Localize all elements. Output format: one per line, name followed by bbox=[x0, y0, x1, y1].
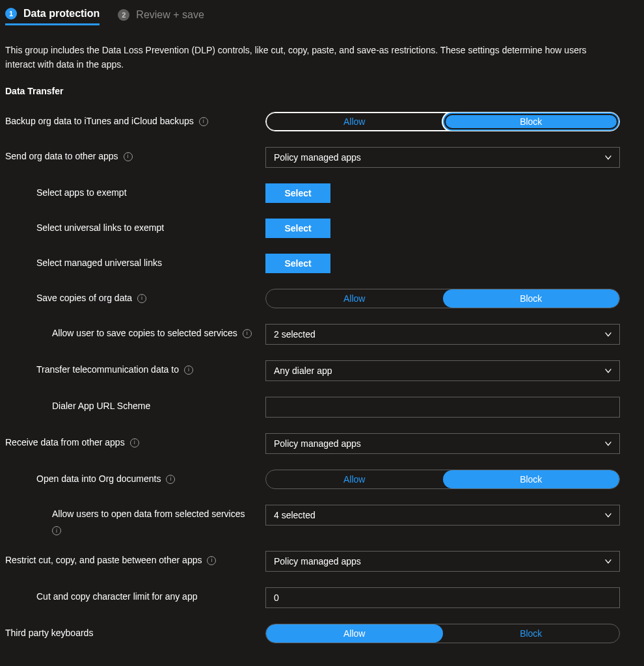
toggle-option-allow[interactable]: Allow bbox=[266, 470, 443, 488]
toggle-option-block[interactable]: Block bbox=[443, 470, 620, 488]
label-dialer-scheme: Dialer App URL Scheme bbox=[5, 397, 265, 413]
input-dialer-scheme[interactable] bbox=[265, 397, 620, 418]
toggle-option-block[interactable]: Block bbox=[443, 624, 620, 643]
chevron-down-icon bbox=[604, 557, 613, 566]
label-open-org: Open data into Org documents i bbox=[5, 470, 265, 486]
info-icon[interactable]: i bbox=[52, 526, 61, 535]
label-managed-ulinks: Select managed universal links bbox=[5, 254, 265, 270]
select-apps-exempt-button[interactable]: Select bbox=[265, 183, 330, 203]
tab-label: Data protection bbox=[23, 8, 100, 20]
info-icon[interactable]: i bbox=[166, 475, 175, 484]
toggle-backup-org-data[interactable]: Allow Block bbox=[265, 112, 620, 131]
info-icon[interactable]: i bbox=[243, 329, 252, 338]
select-open-services[interactable]: 4 selected bbox=[265, 505, 620, 526]
label-save-copies: Save copies of org data i bbox=[5, 289, 265, 305]
select-managed-ulinks-button[interactable]: Select bbox=[265, 254, 330, 273]
toggle-option-allow[interactable]: Allow bbox=[266, 289, 443, 308]
step-number-icon: 1 bbox=[5, 8, 17, 20]
tab-data-protection[interactable]: 1 Data protection bbox=[5, 8, 100, 25]
info-icon[interactable]: i bbox=[130, 438, 139, 447]
label-send-org-data: Send org data to other apps i bbox=[5, 147, 265, 163]
select-receive-other[interactable]: Policy managed apps bbox=[265, 433, 620, 454]
label-telecom: Transfer telecommunication data to i bbox=[5, 360, 265, 377]
label-char-limit: Cut and copy character limit for any app bbox=[5, 587, 265, 604]
chevron-down-icon bbox=[604, 366, 613, 375]
select-save-services[interactable]: 2 selected bbox=[265, 324, 620, 345]
step-tabs: 1 Data protection 2 Review + save bbox=[5, 5, 639, 32]
label-ulinks-exempt: Select universal links to exempt bbox=[5, 219, 265, 235]
input-char-limit[interactable] bbox=[265, 587, 620, 608]
section-description: This group includes the Data Loss Preven… bbox=[5, 32, 617, 86]
info-icon[interactable]: i bbox=[137, 294, 146, 303]
select-telecom[interactable]: Any dialer app bbox=[265, 360, 620, 381]
info-icon[interactable]: i bbox=[184, 366, 193, 375]
step-number-icon: 2 bbox=[118, 9, 129, 21]
toggle-option-allow[interactable]: Allow bbox=[266, 113, 443, 131]
chevron-down-icon bbox=[604, 330, 613, 339]
label-receive-other: Receive data from other apps i bbox=[5, 433, 265, 449]
chevron-down-icon bbox=[604, 511, 613, 520]
tab-review-save[interactable]: 2 Review + save bbox=[118, 9, 204, 25]
select-ulinks-exempt-button[interactable]: Select bbox=[265, 219, 330, 238]
info-icon[interactable]: i bbox=[207, 556, 216, 565]
label-restrict-ccp: Restrict cut, copy, and paste between ot… bbox=[5, 551, 265, 567]
tab-label: Review + save bbox=[136, 9, 204, 21]
select-send-org-data[interactable]: Policy managed apps bbox=[265, 147, 620, 168]
chevron-down-icon bbox=[604, 439, 613, 448]
label-third-party-kb: Third party keyboards bbox=[5, 624, 265, 640]
toggle-option-block[interactable]: Block bbox=[443, 113, 620, 131]
section-title-data-transfer: Data Transfer bbox=[5, 86, 639, 96]
label-open-services: Allow users to open data from selected s… bbox=[5, 505, 265, 535]
toggle-open-org[interactable]: Allow Block bbox=[265, 470, 620, 489]
info-icon[interactable]: i bbox=[199, 117, 208, 126]
toggle-third-party-kb[interactable]: Allow Block bbox=[265, 624, 620, 643]
label-backup-org-data: Backup org data to iTunes and iCloud bac… bbox=[5, 112, 265, 128]
toggle-option-block[interactable]: Block bbox=[443, 289, 620, 308]
label-apps-exempt: Select apps to exempt bbox=[5, 183, 265, 200]
label-save-services: Allow user to save copies to selected se… bbox=[5, 324, 265, 340]
info-icon[interactable]: i bbox=[124, 152, 133, 161]
select-restrict-ccp[interactable]: Policy managed apps bbox=[265, 551, 620, 572]
toggle-save-copies[interactable]: Allow Block bbox=[265, 289, 620, 308]
toggle-option-allow[interactable]: Allow bbox=[266, 624, 443, 643]
chevron-down-icon bbox=[604, 153, 613, 162]
